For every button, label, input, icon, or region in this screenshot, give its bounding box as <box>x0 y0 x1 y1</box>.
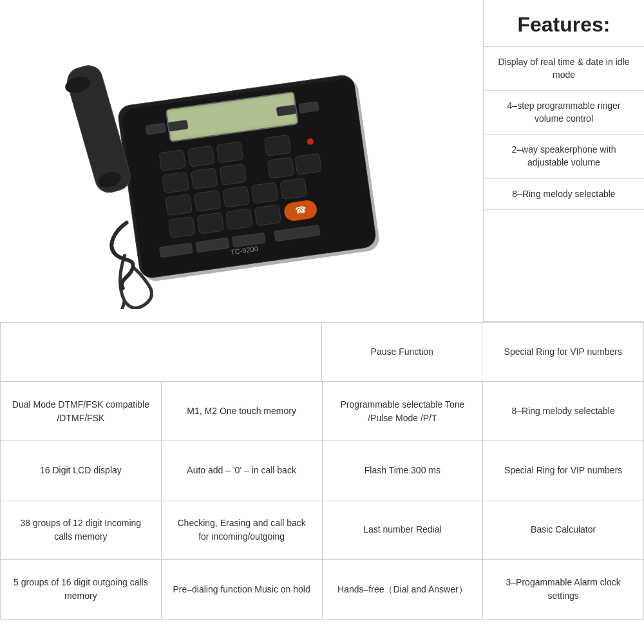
feature-item-3: 2–way speakerphone with adjustable volum… <box>484 135 644 178</box>
feature-item-4: 8–Ring melody selectable <box>484 179 644 211</box>
svg-rect-11 <box>159 149 186 171</box>
svg-rect-26 <box>197 213 224 234</box>
grid-row-3: 38 groups of 12 digit Incoming calls mem… <box>1 500 643 560</box>
grid-row-1: Dual Mode DTMF/FSK compatible /DTMF/FSK … <box>1 382 643 441</box>
svg-rect-13 <box>216 142 243 163</box>
svg-rect-19 <box>295 153 322 175</box>
svg-rect-12 <box>188 146 215 167</box>
svg-rect-15 <box>162 172 189 193</box>
svg-rect-27 <box>226 209 253 230</box>
svg-rect-17 <box>220 164 247 185</box>
svg-rect-20 <box>166 194 193 216</box>
grid-r2c2: Auto add – '0' – in call back <box>162 441 323 500</box>
bottom-grid: Pause Function Special Ring for VIP numb… <box>0 322 644 620</box>
grid-r1c4: 8–Ring melody selectable <box>483 382 643 440</box>
mid-row: Pause Function Special Ring for VIP numb… <box>1 323 643 382</box>
features-title: Features: <box>517 13 610 36</box>
grid-r4c4: 3–Progammable Alarm clock settings <box>483 560 643 619</box>
grid-r3c3: Last number Redial <box>323 500 484 559</box>
mid-spacer <box>1 323 322 382</box>
grid-row-2: 16 Digit LCD display Auto add – '0' – in… <box>1 441 643 500</box>
grid-row-4: 5 groups of 16 digit outgoing calls memo… <box>1 560 643 619</box>
svg-rect-18 <box>267 157 294 178</box>
grid-r1c3: Programmable selectable Tone /Pulse Mode… <box>323 382 484 440</box>
grid-r1c1: Dual Mode DTMF/FSK compatible /DTMF/FSK <box>1 382 162 440</box>
grid-r2c4: Special Ring for VIP numbers <box>483 441 643 500</box>
svg-rect-16 <box>191 168 218 189</box>
svg-rect-21 <box>194 190 221 211</box>
features-panel: Features: Display of real time & date in… <box>483 0 644 322</box>
page-container: ☎ TC-9200 Features: Display of real ti <box>0 0 644 644</box>
grid-r3c4: Basic Calculator <box>483 500 643 559</box>
grid-r2c1: 16 Digit LCD display <box>1 441 162 500</box>
grid-r3c2: Checking, Erasing and call back for inco… <box>162 500 323 559</box>
phone-image-area: ☎ TC-9200 <box>0 0 483 322</box>
phone-illustration: ☎ TC-9200 <box>48 13 435 309</box>
svg-rect-25 <box>169 216 196 238</box>
top-section: ☎ TC-9200 Features: Display of real ti <box>0 0 644 322</box>
grid-r2c3: Flash Time 300 ms <box>323 441 484 500</box>
grid-r4c1: 5 groups of 16 digit outgoing calls memo… <box>1 560 162 619</box>
feature-item-2: 4–step programmable ringer volume contro… <box>484 91 644 135</box>
svg-text:☎: ☎ <box>294 204 307 216</box>
grid-r4c3: Hands–free（Dial and Answer） <box>323 560 484 619</box>
svg-rect-22 <box>223 186 250 207</box>
grid-mid-special-ring: Special Ring for VIP numbers <box>482 323 643 381</box>
svg-rect-24 <box>280 178 307 200</box>
svg-rect-28 <box>254 205 281 226</box>
features-header: Features: <box>484 0 644 47</box>
svg-rect-23 <box>251 182 278 204</box>
grid-r3c1: 38 groups of 12 digit Incoming calls mem… <box>1 500 162 559</box>
svg-rect-14 <box>264 135 291 156</box>
grid-r1c2: M1, M2 One touch memory <box>162 382 323 440</box>
grid-r4c2: Pre–dialing function Music on hold <box>162 560 323 619</box>
grid-mid-pause: Pause Function <box>322 323 483 381</box>
feature-item-1: Display of real time & date in idle mode <box>484 47 644 91</box>
